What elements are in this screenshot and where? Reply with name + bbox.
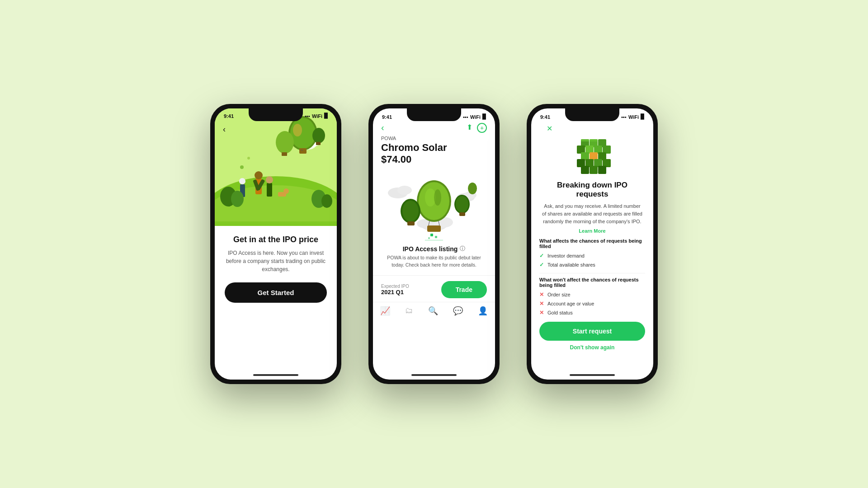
svg-point-15 (255, 171, 263, 179)
add-icon[interactable]: + (477, 123, 487, 133)
header-action-icons: ⬆ + (467, 123, 487, 133)
affects-title: What affects the chances of requests bei… (531, 238, 653, 249)
affects-label-2: Total available shares (547, 262, 595, 267)
nav-cards-icon[interactable]: 🗂 (405, 306, 413, 316)
phone2-illustration (373, 169, 495, 241)
svg-point-28 (240, 165, 244, 169)
ipo-listing-title: IPO Access listing (403, 245, 458, 253)
svg-rect-6 (299, 148, 307, 154)
nav-chat-icon[interactable]: 💬 (453, 306, 463, 316)
svg-point-50 (468, 183, 477, 194)
svg-rect-53 (428, 237, 430, 239)
svg-rect-43 (427, 225, 441, 232)
signal-icon: ▪▪▪ (305, 113, 310, 119)
company-name: Chromo Solar (373, 141, 495, 154)
wont-affect-item-2: ✕ Account age or value (531, 299, 653, 308)
phone2-footer: Expected IPO 2021 Q1 Trade (373, 275, 495, 302)
hero-illustration: 9:41 ▪▪▪ WiFi ▉ (215, 108, 337, 226)
phone-1: 9:41 ▪▪▪ WiFi ▉ (210, 104, 341, 384)
phone-1-screen: 9:41 ▪▪▪ WiFi ▉ (215, 108, 337, 380)
nav-portfolio-icon[interactable]: 📈 (380, 306, 390, 316)
home-indicator-3 (570, 374, 615, 376)
time-1: 9:41 (224, 113, 234, 119)
wifi-icon: WiFi (312, 113, 322, 119)
battery-icon-3: ▉ (641, 114, 644, 120)
start-request-button[interactable]: Start request (539, 322, 645, 341)
info-icon[interactable]: ⓘ (460, 245, 465, 253)
status-icons-2: ▪▪▪ WiFi ▉ (463, 114, 486, 120)
notch-2 (407, 108, 461, 121)
divider (539, 273, 645, 273)
x-icon-3: ✕ (539, 310, 544, 316)
wont-affect-label-1: Order size (547, 292, 571, 297)
time-3: 9:41 (540, 114, 550, 120)
wont-affect-label-2: Account age or value (547, 301, 594, 306)
svg-rect-71 (598, 166, 606, 174)
home-indicator-2 (411, 374, 457, 376)
bottom-nav: 📈 🗂 🔍 💬 👤 (373, 302, 495, 318)
phone2-ipo-section: IPO Access listing ⓘ POWA is about to ma… (373, 241, 495, 272)
signal-icon-2: ▪▪▪ (463, 114, 468, 120)
wont-affect-label-3: Gold status (547, 310, 573, 315)
x-icon-2: ✕ (539, 300, 544, 307)
learn-more-link[interactable]: Learn More (531, 228, 653, 234)
check-icon-1: ✓ (539, 253, 544, 259)
back-button-1[interactable]: ‹ (223, 125, 226, 134)
signal-icon-3: ▪▪▪ (621, 114, 627, 120)
svg-point-21 (283, 188, 289, 194)
svg-rect-18 (267, 183, 272, 197)
phone2-header: ‹ ⬆ + (373, 120, 495, 133)
battery-icon-2: ▉ (482, 114, 486, 120)
svg-rect-49 (459, 212, 465, 216)
svg-point-48 (456, 196, 468, 212)
phone-2: 9:41 ▪▪▪ WiFi ▉ ‹ ⬆ + POWA Chromo Solar … (368, 104, 500, 384)
notch-1 (249, 108, 303, 121)
svg-rect-52 (435, 236, 437, 238)
svg-point-31 (397, 186, 412, 195)
battery-icon: ▉ (324, 113, 328, 119)
check-icon-2: ✓ (539, 262, 544, 268)
nav-search-icon[interactable]: 🔍 (428, 306, 438, 316)
svg-rect-73 (590, 139, 598, 141)
svg-point-23 (239, 178, 245, 184)
phone3-heading: Breaking down IPO requests (531, 181, 653, 202)
svg-point-45 (402, 201, 419, 221)
cube-illustration (531, 136, 653, 176)
status-icons-3: ▪▪▪ WiFi ▉ (621, 114, 644, 120)
dont-show-link[interactable]: Don't show again (531, 344, 653, 351)
svg-rect-69 (581, 166, 589, 174)
phone3-close-row: ✕ (531, 120, 653, 133)
balloon-svg (380, 170, 488, 240)
svg-rect-46 (407, 221, 415, 225)
svg-point-25 (231, 191, 244, 207)
svg-rect-11 (282, 152, 287, 156)
phone1-subtitle: IPO Access is here. Now you can invest b… (225, 249, 327, 273)
wont-affect-item-3: ✕ Gold status (531, 308, 653, 317)
x-icon-1: ✕ (539, 291, 544, 298)
affects-item-1: ✓ Investor demand (531, 251, 653, 260)
svg-point-8 (312, 128, 325, 143)
expected-ipo-label: Expected IPO (381, 284, 409, 289)
wifi-icon-2: WiFi (470, 114, 481, 120)
status-icons-1: ▪▪▪ WiFi ▉ (305, 113, 328, 119)
wifi-icon-3: WiFi (628, 114, 639, 120)
cube-svg (572, 136, 613, 176)
share-icon[interactable]: ⬆ (467, 123, 472, 133)
svg-point-19 (266, 176, 273, 183)
nav-account-icon[interactable]: 👤 (478, 306, 488, 316)
wont-affect-title: What won't affect the chances of request… (531, 277, 653, 288)
notch-3 (565, 108, 619, 121)
back-button-2[interactable]: ‹ (381, 122, 384, 133)
phone1-content: Get in at the IPO price IPO Access is he… (215, 226, 337, 273)
ticker: POWA (373, 133, 495, 141)
trade-button[interactable]: Trade (441, 281, 487, 298)
phone-3-screen: 9:41 ▪▪▪ WiFi ▉ ✕ (531, 108, 653, 380)
affects-item-2: ✓ Total available shares (531, 260, 653, 269)
svg-point-40 (434, 189, 441, 206)
get-started-button[interactable]: Get Started (225, 282, 327, 303)
close-button[interactable]: ✕ (538, 122, 561, 133)
phone-2-screen: 9:41 ▪▪▪ WiFi ▉ ‹ ⬆ + POWA Chromo Solar … (373, 108, 495, 380)
svg-point-5 (293, 124, 302, 136)
wont-affect-item-1: ✕ Order size (531, 290, 653, 299)
home-indicator-1 (253, 374, 298, 376)
